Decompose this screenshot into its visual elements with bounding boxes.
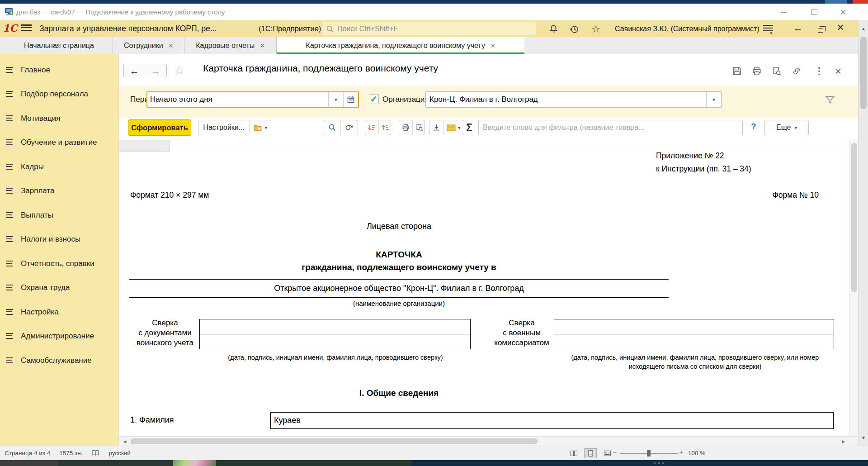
favorites-button[interactable]: ☆: [590, 23, 602, 35]
find-button[interactable]: [324, 120, 341, 135]
organization-checkbox[interactable]: ✓: [369, 94, 379, 104]
print-button[interactable]: [750, 65, 764, 77]
sidebar-item-hr[interactable]: Кадры: [0, 160, 118, 174]
page-indicator[interactable]: Страница 4 из 4: [5, 450, 50, 456]
document-horizontal-scrollbar[interactable]: ◀ ▶: [119, 436, 859, 446]
tab-employees[interactable]: Сотрудники ×: [113, 37, 184, 54]
add-to-favorites-star-icon[interactable]: ☆: [174, 63, 184, 77]
zoom-in-button[interactable]: +: [679, 448, 683, 456]
tab-military-card[interactable]: Карточка гражданина, подлежащего воинско…: [277, 37, 524, 54]
scroll-up-button[interactable]: ▲: [859, 21, 868, 36]
period-field[interactable]: ▾: [146, 91, 359, 108]
report-document[interactable]: Приложение № 22 к Инструкции (пп. 31 – 3…: [119, 139, 849, 436]
filter-funnel-icon[interactable]: [824, 94, 836, 106]
sidebar-item-label: Выплаты: [21, 211, 53, 220]
save-button[interactable]: [730, 65, 744, 77]
scroll-right-button[interactable]: ▶: [839, 437, 849, 445]
help-button[interactable]: ?: [751, 122, 756, 132]
send-email-button[interactable]: ▾: [444, 120, 463, 135]
sidebar-item-labor-safety[interactable]: Охрана труда: [0, 281, 118, 295]
language-indicator[interactable]: русский: [108, 450, 130, 456]
quick-filter-input[interactable]: [478, 120, 743, 135]
sort-descending-button[interactable]: [365, 120, 379, 135]
tab-close-icon[interactable]: ×: [169, 42, 174, 50]
close-report-button[interactable]: ×: [831, 65, 845, 77]
global-search-box[interactable]: [322, 22, 536, 35]
printer-icon: [752, 66, 762, 76]
back-button[interactable]: ←: [124, 64, 145, 78]
period-calendar-button[interactable]: [343, 92, 358, 107]
print-preview-button[interactable]: [770, 65, 783, 77]
export-button-group: ▾: [429, 120, 464, 135]
app-restore-button[interactable]: [813, 24, 828, 35]
scrollbar-thumb[interactable]: [851, 143, 857, 292]
get-link-button[interactable]: [790, 65, 803, 77]
sidebar-item-reporting[interactable]: Отчетность, справки: [0, 257, 118, 271]
proofing-book-icon[interactable]: [91, 450, 99, 456]
sidebar-item-salary[interactable]: Зарплата: [0, 184, 118, 198]
search-input[interactable]: [337, 25, 532, 33]
notifications-button[interactable]: [547, 23, 560, 35]
sidebar-item-label: Мотивация: [21, 114, 60, 123]
tab-label: Сотрудники: [124, 42, 163, 50]
current-user[interactable]: Савинская З.Ю. (Системный программист): [615, 20, 760, 37]
settings-button[interactable]: Настройки...: [198, 120, 250, 135]
period-dropdown-button[interactable]: ▾: [328, 92, 343, 107]
sidebar-item-taxes[interactable]: Налоги и взносы: [0, 233, 118, 246]
tab-hr-reports[interactable]: Кадровые отчеты ×: [184, 37, 277, 54]
sidebar-item-main[interactable]: Главное: [0, 63, 118, 77]
generate-report-button[interactable]: Сформировать: [128, 119, 191, 136]
organization-dropdown-button[interactable]: ▾: [706, 92, 721, 107]
envelope-icon: [447, 124, 456, 131]
zoom-slider-thumb[interactable]: [647, 450, 651, 456]
toolbar-print-button[interactable]: [399, 120, 413, 135]
history-button[interactable]: [568, 23, 580, 35]
card-subtitle: гражданина, подлежащего воинскому учету …: [129, 262, 669, 272]
rdp-maximize-button[interactable]: [807, 6, 822, 18]
more-button[interactable]: Еще ▾: [764, 120, 809, 135]
web-layout-button[interactable]: [601, 449, 613, 458]
app-close-button[interactable]: ×: [833, 21, 848, 33]
scroll-down-button[interactable]: ▼: [859, 430, 868, 445]
sidebar-item-recruiting[interactable]: Подбор персонала: [0, 87, 118, 101]
scrollbar-thumb[interactable]: [131, 438, 538, 444]
dot-indicator: [658, 462, 660, 464]
app-vertical-scrollbar[interactable]: ▲ ▼: [858, 20, 868, 446]
organization-label: Организация:: [382, 91, 431, 108]
toolbar-preview-button[interactable]: [413, 120, 426, 135]
chevron-down-icon: ▾: [335, 97, 337, 103]
organization-combobox[interactable]: Крон-Ц. Филиал в г. Волгоград ▾: [425, 91, 722, 108]
document-vertical-scrollbar[interactable]: [849, 139, 859, 436]
app-minimize-button[interactable]: [790, 24, 806, 35]
screen: для баз — ca-dv07 — Подключение к удален…: [0, 0, 868, 466]
zoom-out-button[interactable]: −: [613, 448, 617, 456]
sidebar-item-training[interactable]: Обучение и развитие: [0, 136, 118, 149]
scrollbar-thumb[interactable]: [860, 37, 867, 109]
calendar-icon: [347, 95, 355, 104]
sum-sigma-icon[interactable]: Σ: [466, 122, 472, 134]
zoom-level[interactable]: 100 %: [688, 446, 705, 460]
find-next-button[interactable]: [341, 120, 357, 135]
scroll-left-button[interactable]: ◀: [120, 437, 130, 445]
sidebar-item-administration[interactable]: Администрирование: [0, 329, 118, 343]
period-input[interactable]: [147, 92, 328, 107]
forward-button[interactable]: →: [145, 64, 166, 78]
sidebar-item-motivation[interactable]: Мотивация: [0, 112, 118, 125]
print-layout-button[interactable]: [585, 449, 596, 458]
read-mode-button[interactable]: [568, 449, 580, 458]
sidebar-item-settings[interactable]: Настройка: [0, 305, 118, 319]
sort-ascending-button[interactable]: [379, 120, 392, 135]
hamburger-menu-icon[interactable]: [21, 24, 32, 33]
sidebar-item-payments[interactable]: Выплаты: [0, 209, 118, 222]
more-actions-button[interactable]: ⋮: [812, 65, 826, 77]
char-count[interactable]: 1575 зн.: [59, 450, 82, 456]
sidebar-item-self-service[interactable]: Самообслуживание: [0, 354, 118, 367]
tab-home[interactable]: Начальная страница: [5, 37, 113, 54]
report-variants-button[interactable]: ▾: [250, 120, 271, 135]
rdp-minimize-button[interactable]: [776, 6, 791, 18]
empty-entry-box: [199, 334, 471, 349]
save-to-file-button[interactable]: [429, 120, 444, 135]
tab-close-icon[interactable]: ×: [491, 42, 495, 50]
rdp-close-button[interactable]: ×: [835, 6, 851, 18]
tab-close-icon[interactable]: ×: [260, 42, 265, 50]
